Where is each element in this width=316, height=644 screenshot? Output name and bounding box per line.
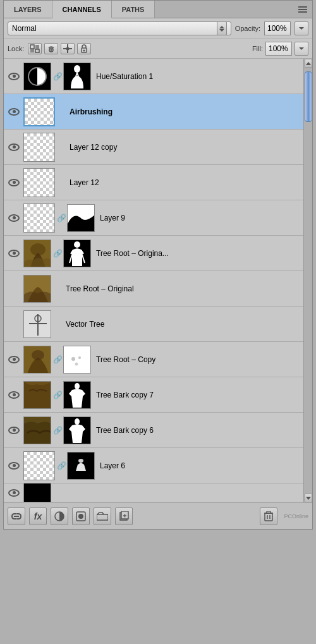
layer-thumbnail	[23, 310, 51, 338]
link-icon: 🔗	[57, 461, 66, 470]
svg-point-21	[74, 241, 80, 248]
svg-point-40	[78, 459, 83, 463]
visibility-toggle[interactable]	[6, 175, 21, 190]
new-fill-adjustment-button[interactable]	[51, 507, 68, 525]
link-icon: 🔗	[53, 355, 62, 364]
fill-input[interactable]: 100%	[265, 42, 292, 56]
bottom-toolbar: fx	[4, 502, 312, 529]
layer-row[interactable]: Airbrushing	[4, 94, 312, 130]
visibility-toggle[interactable]	[6, 387, 21, 403]
svg-rect-18	[68, 229, 95, 232]
visibility-toggle[interactable]	[6, 317, 21, 332]
layer-row[interactable]	[4, 483, 312, 502]
svg-rect-45	[97, 514, 108, 520]
layer-mask-thumbnail	[63, 240, 91, 267]
layer-row[interactable]: 🔗 Hue/Saturation 1	[4, 59, 312, 94]
layer-name: Layer 6	[96, 461, 310, 470]
svg-point-33	[78, 356, 81, 359]
blend-mode-arrows[interactable]	[217, 21, 227, 35]
visibility-toggle[interactable]	[6, 104, 21, 119]
layer-row[interactable]: 🔗 Tree Bark copy 7	[4, 377, 312, 413]
link-layers-button[interactable]	[8, 507, 25, 525]
add-mask-button[interactable]	[72, 507, 90, 525]
visibility-toggle[interactable]	[6, 69, 21, 84]
svg-point-38	[75, 418, 80, 425]
layer-mask-thumbnail	[63, 63, 91, 90]
layer-mask-thumbnail	[67, 452, 95, 480]
lock-transparent-button[interactable]	[28, 43, 42, 54]
scroll-up-button[interactable]	[305, 59, 312, 68]
lock-row: Lock:	[4, 39, 312, 59]
lock-all-button[interactable]	[77, 43, 91, 54]
layer-row[interactable]: 🔗 Tree Bark copy 6	[4, 413, 312, 448]
layer-row[interactable]: 🔗 Tree Root – Origina...	[4, 236, 312, 271]
layer-row[interactable]: Layer 12 copy	[4, 130, 312, 165]
svg-rect-0	[298, 6, 307, 8]
visibility-toggle[interactable]	[6, 281, 21, 296]
blend-mode-select[interactable]: Normal	[8, 21, 231, 35]
lock-position-button[interactable]	[61, 43, 75, 54]
layer-thumbnail	[23, 275, 51, 303]
layer-thumbnail	[23, 240, 51, 267]
layer-row[interactable]: 🔗 Layer 9	[4, 200, 312, 236]
new-group-button[interactable]	[94, 507, 111, 525]
tab-bar: LAYERS CHANNELS PATHS	[4, 1, 312, 18]
visibility-toggle[interactable]	[6, 140, 21, 155]
scroll-down-button[interactable]	[305, 494, 312, 502]
svg-point-30	[32, 350, 44, 360]
visibility-toggle[interactable]	[6, 210, 21, 226]
svg-rect-3	[30, 45, 34, 49]
layer-mask-thumbnail	[67, 204, 95, 232]
layer-name: Tree Root – Original	[62, 284, 310, 293]
scrollbar[interactable]	[303, 59, 312, 502]
fx-button[interactable]: fx	[29, 507, 47, 525]
layer-row[interactable]: 🔗 Layer 6	[4, 448, 312, 483]
svg-rect-2	[298, 11, 307, 13]
layer-thumbnail	[23, 168, 55, 197]
visibility-toggle[interactable]	[6, 485, 21, 501]
visibility-toggle[interactable]	[6, 423, 21, 438]
layer-row[interactable]: 🔗 Tree Root – Copy	[4, 342, 312, 377]
visibility-toggle[interactable]	[6, 246, 21, 261]
layer-row[interactable]: Tree Root – Original	[4, 271, 312, 307]
layer-mask-thumbnail	[63, 416, 91, 444]
layer-thumbnail	[23, 204, 55, 233]
svg-point-44	[78, 514, 83, 519]
layer-name: Tree Root – Copy	[92, 355, 310, 364]
link-icon: 🔗	[53, 391, 62, 399]
opacity-dropdown[interactable]	[295, 21, 308, 35]
tab-layers[interactable]: LAYERS	[4, 1, 52, 18]
new-layer-button[interactable]	[115, 507, 133, 525]
layer-name: Hue/Saturation 1	[92, 72, 310, 81]
fill-label: Fill:	[252, 45, 263, 52]
layer-thumbnail	[23, 451, 55, 480]
watermark: PCOnline	[284, 513, 308, 519]
opacity-input[interactable]: 100%	[264, 21, 291, 35]
svg-rect-5	[30, 49, 34, 52]
layer-thumbnail	[23, 97, 55, 126]
layer-thumbnail	[23, 63, 51, 90]
fill-dropdown[interactable]	[295, 42, 308, 56]
lock-image-button[interactable]	[44, 43, 58, 54]
scroll-thumb[interactable]	[305, 71, 312, 122]
panel-menu-button[interactable]	[293, 1, 312, 18]
svg-point-36	[75, 383, 80, 389]
layer-row[interactable]: Vector Tree	[4, 307, 312, 342]
delete-layer-button[interactable]	[260, 507, 277, 525]
svg-rect-52	[265, 513, 272, 521]
link-icon: 🔗	[53, 426, 62, 435]
svg-point-32	[71, 357, 75, 361]
svg-point-34	[75, 362, 78, 365]
lock-label: Lock:	[8, 45, 24, 52]
visibility-toggle[interactable]	[6, 352, 21, 367]
tab-channels[interactable]: CHANNELS	[52, 1, 112, 18]
layer-thumbnail	[23, 483, 51, 502]
tab-paths[interactable]: PATHS	[112, 1, 155, 18]
layer-name: Airbrushing	[66, 107, 310, 116]
svg-rect-4	[35, 45, 39, 49]
visibility-toggle[interactable]	[6, 458, 21, 473]
layer-thumbnail	[23, 346, 51, 374]
link-icon: 🔗	[53, 72, 62, 81]
svg-point-11	[66, 47, 70, 51]
layer-row[interactable]: Layer 12	[4, 165, 312, 200]
